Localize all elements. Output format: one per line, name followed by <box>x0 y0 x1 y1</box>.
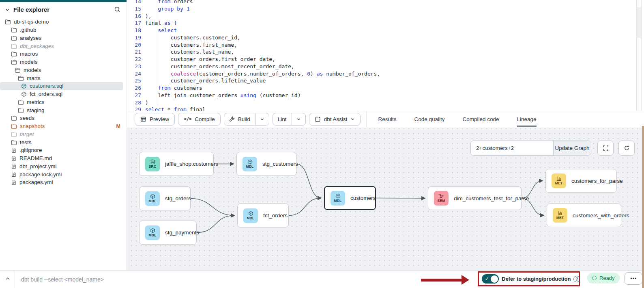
tab-code-quality[interactable]: Code quality <box>414 111 444 127</box>
semantic-icon: SEM <box>434 191 449 206</box>
file-icon <box>11 147 17 153</box>
tab-results[interactable]: Results <box>378 111 396 127</box>
model-cube-icon: MDL <box>145 191 160 206</box>
tree-item-staging[interactable]: staging <box>0 106 127 114</box>
line-number: 17 <box>127 19 141 27</box>
line-number: 18 <box>127 27 141 34</box>
line-number: 25 <box>127 77 141 84</box>
status-badge: Ready <box>587 273 620 284</box>
lint-dropdown[interactable] <box>292 113 305 125</box>
file-tree: db-sl-qs-demo.githubanalysesdbt_packages… <box>0 17 127 186</box>
lineage-node-customers_for_parse[interactable]: METcustomers_for_parse <box>545 169 617 193</box>
ready-label: Ready <box>599 275 615 281</box>
lineage-node-customers[interactable]: MDLcustomers <box>324 186 376 210</box>
lineage-filter-input[interactable] <box>471 141 553 155</box>
lineage-node-stg_customers[interactable]: MDLstg_customers <box>236 152 296 176</box>
code-line: 25 customer_orders.lifetime_value <box>127 77 635 84</box>
code-line: 19 customers.customer_id, <box>127 34 635 41</box>
scrollbar-thumb[interactable] <box>637 7 641 37</box>
build-dropdown[interactable] <box>255 113 269 125</box>
preview-label: Preview <box>150 116 169 122</box>
lineage-panel[interactable]: SRCjaffle_shop.customersMDLstg_customers… <box>127 128 644 270</box>
model-cube-icon: MDL <box>145 225 160 240</box>
compile-button[interactable]: </> Compile <box>178 113 221 126</box>
tree-item-customers-sql[interactable]: customers.sql <box>0 82 123 90</box>
ellipsis-menu-button[interactable]: ••• <box>625 272 642 285</box>
tree-item-package-lock-yml[interactable]: package-lock.yml <box>0 170 127 178</box>
lint-button[interactable]: Lint <box>273 113 292 125</box>
lineage-node-dim_customers_test_for_parse[interactable]: SEMdim_customers_test_for_parse <box>428 186 522 210</box>
folder-icon <box>11 139 17 145</box>
tree-item-marts[interactable]: marts <box>0 74 127 82</box>
folder-icon <box>11 35 17 41</box>
lineage-node-stg_orders[interactable]: MDLstg_orders <box>139 186 191 210</box>
file-icon <box>11 163 17 169</box>
command-input[interactable] <box>21 271 370 288</box>
tree-item-fct-orders-sql[interactable]: fct_orders.sql <box>0 90 127 98</box>
tree-item-target[interactable]: target <box>0 130 127 139</box>
tree-item--github[interactable]: .github <box>0 26 127 34</box>
tree-item-dbt-project-yml[interactable]: dbt_project.yml <box>0 162 127 171</box>
folder-icon <box>11 51 17 57</box>
node-label: fct_orders <box>263 212 288 219</box>
line-number: 28 <box>127 99 141 106</box>
editor-scrollbar[interactable] <box>636 0 642 111</box>
tree-item-models[interactable]: models <box>0 58 127 66</box>
model-cube-icon: MDL <box>243 208 258 223</box>
folder-icon <box>11 123 17 129</box>
lint-button-group: Lint <box>273 113 306 126</box>
dbt-assist-label: dbt Assist <box>324 116 348 122</box>
code-editor[interactable]: 14 from orders15 group by 116),17final a… <box>127 0 644 111</box>
chevron-down-icon[interactable] <box>5 7 10 12</box>
line-number: 15 <box>127 5 141 13</box>
build-button-group: Build <box>224 113 269 126</box>
tree-item-packages-yml[interactable]: packages.yml <box>0 178 127 186</box>
search-icon[interactable] <box>114 6 121 13</box>
lineage-node-stg_payments[interactable]: MDLstg_payments <box>139 221 197 245</box>
tree-item-seeds[interactable]: seeds <box>0 114 127 122</box>
line-number: 19 <box>127 34 141 41</box>
chevron-down-icon <box>350 117 355 121</box>
lineage-node-fct_orders[interactable]: MDLfct_orders <box>237 204 289 227</box>
code-line: 29select * from final <box>127 106 635 111</box>
code-line: 16), <box>127 13 635 20</box>
tree-item-dbt-packages[interactable]: dbt_packages <box>0 42 127 50</box>
tree-item-readme-md[interactable]: README.md <box>0 154 127 162</box>
line-number: 22 <box>127 56 141 63</box>
tab-lineage[interactable]: Lineage <box>517 111 537 127</box>
chevron-up-icon[interactable] <box>5 276 11 282</box>
folder-icon <box>5 19 11 25</box>
model-cube-icon: MDL <box>243 157 257 171</box>
lineage-node-jaffle_shop_customers[interactable]: SRCjaffle_shop.customers <box>139 152 214 176</box>
update-graph-button[interactable]: Update Graph <box>553 141 591 155</box>
editor-toolbar: Preview </> Compile Build Lint <box>127 111 644 127</box>
code-line: 24 coalesce(customer_orders.number_of_or… <box>127 70 635 78</box>
tree-item-macros[interactable]: macros <box>0 50 127 58</box>
tree-item-analyses[interactable]: analyses <box>0 34 127 42</box>
node-label: customers_with_orders <box>573 212 629 219</box>
dbt-assist-button[interactable]: dbt Assist <box>309 113 361 126</box>
file-icon <box>11 180 17 185</box>
question-icon[interactable]: ? <box>573 276 580 282</box>
wrench-icon <box>229 116 235 122</box>
tree-item-tests[interactable]: tests <box>0 138 127 146</box>
refresh-button[interactable] <box>618 141 635 156</box>
tree-item-metrics[interactable]: metrics <box>0 98 127 106</box>
line-number: 21 <box>127 48 141 56</box>
folder-icon <box>11 43 17 49</box>
lineage-node-customers_with_orders[interactable]: METcustomers_with_orders <box>547 204 621 227</box>
tree-item-models[interactable]: models <box>0 66 127 74</box>
folder-icon <box>11 59 17 65</box>
build-button[interactable]: Build <box>224 113 255 125</box>
folder-icon <box>18 107 24 113</box>
preview-button[interactable]: Preview <box>135 113 175 126</box>
tab-compiled-code[interactable]: Compiled code <box>463 111 499 127</box>
line-number: 29 <box>127 106 141 111</box>
defer-toggle[interactable]: ✓ <box>482 274 499 284</box>
tree-item-snapshots[interactable]: snapshotsM <box>0 122 127 130</box>
tree-item-db-sl-qs-demo[interactable]: db-sl-qs-demo <box>0 18 127 26</box>
code-lines: 14 from orders15 group by 116),17final a… <box>127 0 635 111</box>
tree-item--gitignore[interactable]: .gitignore <box>0 146 127 154</box>
node-label: customers <box>350 195 376 201</box>
fullscreen-button[interactable] <box>597 141 614 156</box>
